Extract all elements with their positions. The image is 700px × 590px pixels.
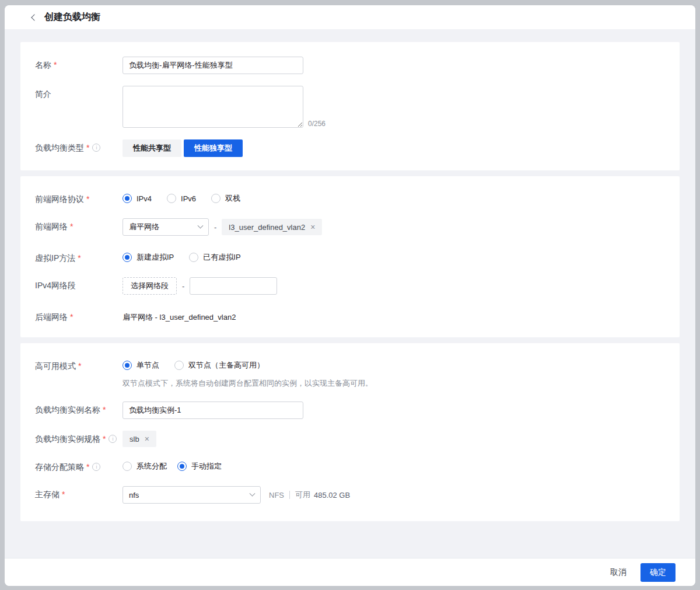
radio-single-node[interactable]: 单节点 — [123, 360, 159, 371]
backend-network-value: 扁平网络 - l3_user_defined_vlan2 — [123, 309, 236, 323]
page-header: 创建负载均衡 — [5, 5, 695, 29]
choose-segment-button[interactable]: 选择网络段 — [123, 277, 177, 295]
backend-network-label: 后端网络 * — [35, 309, 123, 322]
required-mark: * — [86, 462, 89, 472]
separator: - — [214, 223, 216, 232]
radio-checked-icon — [123, 253, 132, 262]
char-counter: 0/256 — [308, 120, 326, 128]
divider — [289, 491, 290, 499]
radio-ipv6[interactable]: IPv6 — [167, 194, 196, 203]
info-icon: i — [108, 435, 117, 443]
required-mark: * — [62, 489, 65, 500]
form-content: 名称 * 简介 0/256 负载均衡类型 * — [5, 29, 695, 558]
radio-unchecked-icon — [167, 194, 176, 203]
name-input[interactable] — [123, 57, 303, 74]
primary-storage-select[interactable]: nfs — [123, 486, 261, 504]
storage-available-label: 可用 — [295, 490, 310, 500]
screen-frame: 创建负载均衡 名称 * 简介 0/256 — [0, 0, 700, 590]
instance-name-row: 负载均衡实例名称 * — [35, 402, 665, 419]
radio-manual-specify[interactable]: 手动指定 — [177, 461, 222, 472]
ipv4-segment-input[interactable] — [190, 277, 277, 295]
radio-unchecked-icon — [211, 194, 220, 203]
description-row: 简介 0/256 — [35, 86, 665, 128]
lb-type-shared-button[interactable]: 性能共享型 — [123, 139, 181, 157]
vip-method-label: 虚拟IP方法 * — [35, 250, 123, 263]
instance-spec-tag: slb × — [123, 431, 156, 447]
ipv4-segment-label: IPv4网络段 — [35, 277, 123, 291]
back-button[interactable] — [27, 11, 40, 24]
ipv4-segment-row: IPv4网络段 选择网络段 - — [35, 277, 665, 295]
storage-meta: NFS 可用 485.02 GB — [269, 490, 350, 500]
radio-checked-icon — [123, 194, 132, 203]
cancel-button[interactable]: 取消 — [602, 564, 635, 581]
storage-available-value: 485.02 GB — [314, 491, 350, 500]
radio-existing-vip[interactable]: 已有虚拟IP — [189, 252, 240, 263]
primary-storage-row: 主存储 * nfs NFS 可用 485.02 GB — [35, 486, 665, 504]
info-icon: i — [92, 463, 100, 471]
required-mark: * — [103, 434, 106, 444]
instance-name-input[interactable] — [123, 402, 303, 419]
radio-system-allocate[interactable]: 系统分配 — [123, 461, 167, 472]
backend-network-row: 后端网络 * 扁平网络 - l3_user_defined_vlan2 — [35, 309, 665, 323]
confirm-button[interactable]: 确定 — [640, 563, 676, 582]
separator: - — [182, 282, 184, 291]
required-mark: * — [86, 142, 89, 153]
chevron-down-icon — [250, 490, 256, 496]
page-footer: 取消 确定 — [5, 558, 695, 586]
instance-card: 高可用模式 * 单节点 双节点（主备高可用） 双节点模式下， — [20, 343, 680, 521]
primary-storage-label: 主存储 * — [35, 486, 123, 500]
vip-method-row: 虚拟IP方法 * 新建虚拟IP 已有虚拟IP — [35, 250, 665, 263]
info-icon: i — [92, 144, 100, 152]
storage-policy-label: 存储分配策略 * i — [35, 459, 123, 472]
required-mark: * — [78, 361, 81, 371]
required-mark: * — [78, 253, 80, 263]
radio-ipv4[interactable]: IPv4 — [123, 194, 152, 203]
basic-info-card: 名称 * 简介 0/256 负载均衡类型 * — [20, 42, 680, 170]
frontend-network-tag: l3_user_defined_vlan2 × — [222, 219, 322, 235]
frontend-network-label: 前端网络 * — [35, 218, 123, 232]
name-row: 名称 * — [35, 57, 665, 74]
radio-dual-node[interactable]: 双节点（主备高可用） — [174, 360, 264, 371]
required-mark: * — [86, 194, 89, 204]
frontend-protocol-label: 前端网络协议 * — [35, 191, 123, 204]
radio-dual-stack[interactable]: 双栈 — [211, 193, 240, 204]
lb-type-dedicated-button[interactable]: 性能独享型 — [184, 139, 243, 157]
radio-unchecked-icon — [174, 361, 184, 370]
network-card: 前端网络协议 * IPv4 IPv6 双栈 — [20, 176, 680, 337]
radio-unchecked-icon — [123, 462, 132, 471]
frontend-network-row: 前端网络 * 扁平网络 - l3_user_defined_vlan2 × — [35, 218, 665, 236]
instance-spec-row: 负载均衡实例规格 * i slb × — [35, 431, 665, 447]
radio-checked-icon — [177, 462, 187, 471]
chevron-left-icon — [31, 14, 37, 20]
description-label: 简介 — [35, 86, 123, 99]
storage-type-text: NFS — [269, 491, 284, 500]
chevron-down-icon — [198, 222, 204, 228]
ha-mode-row: 高可用模式 * 单节点 双节点（主备高可用） 双节点模式下， — [35, 358, 665, 389]
instance-name-label: 负载均衡实例名称 * — [35, 402, 123, 415]
storage-policy-row: 存储分配策略 * i 系统分配 手动指定 — [35, 459, 665, 472]
radio-new-vip[interactable]: 新建虚拟IP — [123, 252, 174, 263]
lb-type-label: 负载均衡类型 * i — [35, 139, 123, 153]
name-label: 名称 * — [35, 57, 123, 70]
frontend-protocol-row: 前端网络协议 * IPv4 IPv6 双栈 — [35, 191, 665, 204]
required-mark: * — [103, 404, 106, 415]
required-mark: * — [54, 60, 57, 70]
description-textarea[interactable] — [123, 86, 303, 128]
close-icon[interactable]: × — [145, 435, 149, 443]
create-load-balancer-page: 创建负载均衡 名称 * 简介 0/256 — [5, 5, 695, 586]
close-icon[interactable]: × — [310, 223, 315, 231]
page-title: 创建负载均衡 — [44, 11, 100, 23]
radio-checked-icon — [123, 361, 132, 370]
required-mark: * — [70, 221, 73, 232]
required-mark: * — [70, 312, 73, 322]
ha-mode-label: 高可用模式 * — [35, 358, 123, 371]
instance-spec-label: 负载均衡实例规格 * i — [35, 431, 123, 444]
radio-unchecked-icon — [189, 253, 198, 262]
lb-type-row: 负载均衡类型 * i 性能共享型 性能独享型 — [35, 139, 665, 157]
frontend-network-select[interactable]: 扁平网络 — [123, 218, 209, 236]
ha-mode-helper-text: 双节点模式下，系统将自动创建两台配置相同的实例，以实现主备高可用。 — [123, 378, 665, 389]
